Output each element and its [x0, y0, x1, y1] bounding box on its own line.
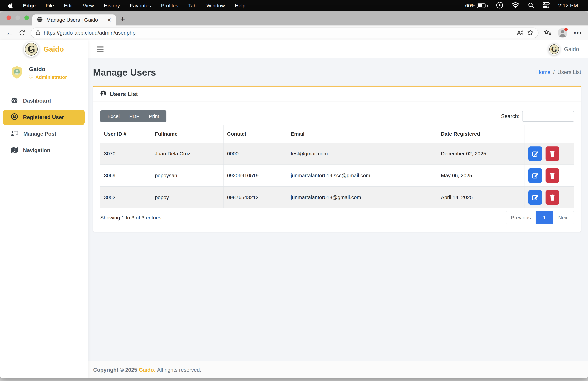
- edit-user-button[interactable]: [528, 190, 542, 205]
- table-row: 3070 Juan Dela Cruz 0000 test@gmail.com …: [100, 143, 574, 165]
- tab-close-icon[interactable]: ✕: [107, 17, 111, 23]
- browser-toolbar: ← https://gaido-app.cloud/admin/user.php: [0, 25, 588, 40]
- user-role-label: Administrator: [35, 74, 67, 80]
- zoom-window-button[interactable]: [24, 16, 29, 20]
- hamburger-menu-icon[interactable]: [97, 46, 104, 52]
- add-favorite-star-icon[interactable]: [527, 29, 534, 37]
- edit-user-button[interactable]: [528, 146, 542, 161]
- cell-user-id: 3052: [100, 186, 151, 208]
- sidebar-brand[interactable]: G← Gaido: [0, 40, 88, 58]
- browser-menu-ellipsis[interactable]: •••: [574, 30, 582, 36]
- browser-tab[interactable]: Manage Users | Gaido ✕: [32, 14, 116, 25]
- print-button[interactable]: Print: [144, 113, 164, 119]
- table-header-row: User ID # Fullname Contact Email Date Re…: [100, 125, 574, 143]
- search-label: Search:: [501, 113, 519, 119]
- pagination: Previous 1 Next: [506, 211, 574, 224]
- menu-tab[interactable]: Tab: [188, 3, 196, 9]
- user-circle-icon: [11, 113, 18, 122]
- cell-contact: 09876543212: [223, 186, 287, 208]
- menu-favorites[interactable]: Favorites: [130, 3, 151, 9]
- sidebar-item-manage-post[interactable]: Manage Post: [3, 126, 84, 141]
- search-input[interactable]: [522, 111, 574, 122]
- user-shield-avatar: [10, 65, 24, 81]
- cell-date: April 14, 2025: [437, 186, 525, 208]
- user-name: Gaido: [29, 66, 67, 72]
- sidebar-item-label: Registered User: [23, 114, 64, 120]
- header-actions: [525, 125, 574, 143]
- breadcrumb: Home / Users List: [536, 69, 581, 75]
- control-center-icon[interactable]: [543, 2, 550, 10]
- close-window-button[interactable]: [6, 16, 11, 20]
- excel-button[interactable]: Excel: [103, 113, 125, 119]
- pagination-page-1[interactable]: 1: [536, 211, 553, 224]
- tab-strip: Manage Users | Gaido ✕ +: [0, 11, 588, 25]
- breadcrumb-separator: /: [553, 69, 555, 75]
- sidebar-item-label: Manage Post: [23, 131, 56, 137]
- header-user-id[interactable]: User ID #: [100, 125, 151, 143]
- pdf-button[interactable]: PDF: [125, 113, 144, 119]
- edit-user-button[interactable]: [528, 168, 542, 183]
- breadcrumb-home-link[interactable]: Home: [536, 69, 550, 75]
- url-text[interactable]: https://gaido-app.cloud/admin/user.php: [44, 30, 513, 36]
- users-icon: [100, 90, 106, 98]
- menu-app-name[interactable]: Edge: [23, 3, 36, 9]
- menu-file[interactable]: File: [45, 3, 54, 9]
- table-row: 3052 popoy 09876543212 junmartalantor618…: [100, 186, 574, 208]
- cell-fullname: popoy: [151, 186, 223, 208]
- menu-history[interactable]: History: [104, 3, 120, 9]
- pagination-previous[interactable]: Previous: [506, 211, 536, 224]
- menu-edit[interactable]: Edit: [64, 3, 73, 9]
- battery-percent-label: 60%: [465, 3, 476, 9]
- card-title: Users List: [110, 91, 138, 97]
- refresh-button[interactable]: [19, 29, 25, 36]
- minimize-window-button[interactable]: [16, 16, 20, 20]
- globe-icon: [29, 74, 34, 80]
- menu-window[interactable]: Window: [207, 3, 225, 9]
- header-fullname[interactable]: Fullname: [151, 125, 223, 143]
- sidebar-item-label: Dashboard: [23, 98, 51, 104]
- cell-fullname: popoysan: [151, 165, 223, 186]
- clock-label[interactable]: 2:12 PM: [558, 2, 578, 9]
- collections-icon[interactable]: [544, 29, 551, 37]
- sidebar-item-navigation[interactable]: Navigation: [3, 143, 84, 158]
- user-role: Administrator: [29, 74, 67, 80]
- sidebar-item-dashboard[interactable]: Dashboard: [3, 93, 84, 108]
- page-title: Manage Users: [93, 67, 156, 78]
- menu-profiles[interactable]: Profiles: [161, 3, 178, 9]
- new-tab-button[interactable]: +: [120, 14, 125, 24]
- spotlight-search-icon[interactable]: [528, 2, 534, 10]
- breadcrumb-current: Users List: [557, 69, 581, 75]
- topbar-brand-label: Gaido: [564, 46, 579, 52]
- read-aloud-icon[interactable]: [517, 29, 524, 36]
- dashboard-gauge-icon: [11, 97, 18, 105]
- address-bar[interactable]: https://gaido-app.cloud/admin/user.php: [31, 27, 539, 38]
- cell-user-id: 3070: [100, 143, 151, 165]
- sidebar-brand-name: Gaido: [43, 45, 64, 53]
- person-board-icon: [11, 130, 19, 138]
- header-email[interactable]: Email: [287, 125, 437, 143]
- media-play-icon[interactable]: [496, 1, 503, 10]
- delete-user-button[interactable]: [546, 168, 559, 183]
- delete-user-button[interactable]: [546, 190, 559, 205]
- users-list-card: Users List Excel PDF Print Search:: [93, 86, 581, 232]
- menu-view[interactable]: View: [83, 3, 94, 9]
- pagination-next[interactable]: Next: [553, 211, 574, 224]
- cell-fullname: Juan Dela Cruz: [151, 143, 223, 165]
- apple-menu-icon[interactable]: [8, 2, 13, 9]
- menu-help[interactable]: Help: [235, 3, 246, 9]
- header-date-registered[interactable]: Date Registered: [437, 125, 525, 143]
- header-contact[interactable]: Contact: [223, 125, 287, 143]
- sidebar-item-label: Navigation: [23, 147, 50, 154]
- browser-window: Manage Users | Gaido ✕ + ← https://gaido…: [0, 11, 588, 379]
- map-pin-icon: [11, 146, 18, 155]
- lock-icon[interactable]: [35, 30, 41, 36]
- cell-email: junmartalantor619.scc@gmail.com: [287, 165, 437, 186]
- sidebar-nav: Dashboard Registered User Manage Post: [0, 87, 88, 158]
- browser-profile-avatar[interactable]: [558, 28, 567, 38]
- back-button[interactable]: ←: [6, 29, 13, 37]
- wifi-icon[interactable]: [511, 2, 519, 9]
- delete-user-button[interactable]: [546, 146, 559, 161]
- sidebar-item-registered-user[interactable]: Registered User: [3, 110, 84, 125]
- footer-brand: Gaido.: [139, 367, 155, 373]
- entries-summary: Showing 1 to 3 of 3 entries: [100, 215, 161, 221]
